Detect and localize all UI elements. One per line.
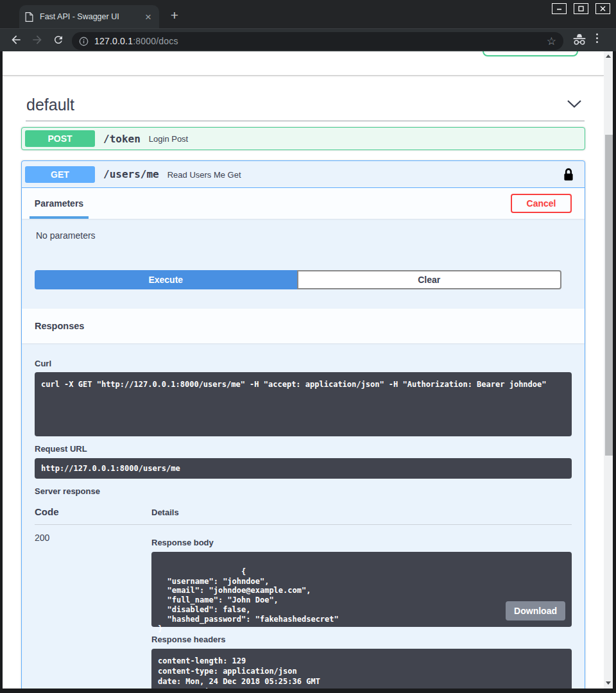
response-body-json: { "username": "johndoe", "email": "johnd… — [158, 567, 339, 633]
maximize-button[interactable] — [574, 3, 588, 14]
chevron-down-icon[interactable] — [565, 97, 583, 114]
back-button[interactable] — [9, 33, 23, 47]
status-code: 200 — [35, 533, 151, 689]
active-tab-underline — [30, 216, 89, 219]
get-method-badge: GET — [25, 166, 95, 183]
site-info-icon[interactable] — [79, 37, 89, 46]
browser-tab[interactable]: Fast API - Swagger UI × — [19, 5, 159, 28]
server-response-table: Code Details 200 Response body { "userna… — [35, 506, 572, 689]
tag-section-header[interactable]: default — [26, 96, 585, 121]
parameters-body: No parameters Execute Clear — [22, 219, 585, 309]
forward-button[interactable] — [30, 33, 44, 47]
response-row-200: 200 Response body { "username": "johndoe… — [35, 525, 572, 689]
details-column-header: Details — [151, 508, 179, 517]
responses-content: Curl curl -X GET "http://127.0.0.1:8000/… — [22, 343, 585, 689]
tag-title: default — [26, 96, 74, 114]
get-summary: Read Users Me Get — [167, 169, 241, 180]
browser-menu-button[interactable] — [596, 33, 598, 43]
execute-button[interactable]: Execute — [35, 270, 297, 289]
minimize-icon — [556, 6, 562, 12]
reload-icon — [53, 34, 64, 46]
close-icon — [600, 6, 606, 12]
code-column-header: Code — [35, 506, 151, 517]
post-path: /token — [103, 133, 141, 145]
cancel-button[interactable]: Cancel — [511, 194, 572, 213]
request-url-block: http://127.0.0.1:8000/users/me — [35, 458, 572, 479]
responses-section-header: Responses — [22, 309, 585, 343]
forward-icon — [31, 33, 44, 46]
new-tab-button[interactable]: + — [167, 8, 182, 23]
server-response-label: Server response — [35, 486, 572, 496]
response-body-label: Response body — [151, 538, 572, 547]
endpoint-get-users-me: GET /users/me Read Users Me Get Paramete… — [21, 160, 585, 689]
download-button[interactable]: Download — [506, 601, 565, 620]
auth-lock-button[interactable] — [563, 167, 574, 181]
scrollbar-thumb[interactable] — [605, 135, 613, 456]
post-summary: Login Post — [149, 133, 188, 144]
minimize-button[interactable] — [552, 3, 567, 14]
responses-title: Responses — [35, 321, 84, 331]
curl-command-block: curl -X GET "http://127.0.0.1:8000/users… — [35, 372, 572, 436]
maximize-icon — [578, 6, 584, 12]
tab-close-icon[interactable]: × — [143, 12, 153, 22]
get-path: /users/me — [103, 168, 159, 180]
response-body-block: { "username": "johndoe", "email": "johnd… — [151, 552, 572, 627]
reload-button[interactable] — [51, 33, 65, 47]
back-icon — [10, 33, 22, 46]
browser-titlebar: Fast API - Swagger UI × + — [0, 0, 616, 28]
tab-title: Fast API - Swagger UI — [40, 12, 143, 21]
post-method-badge: POST — [25, 130, 95, 147]
close-window-button[interactable] — [595, 3, 610, 14]
bookmark-star-icon[interactable]: ☆ — [547, 35, 556, 48]
scheme-container — [3, 51, 604, 76]
endpoint-post-token[interactable]: POST /token Login Post — [21, 127, 585, 150]
address-bar[interactable]: 127.0.0.1:8000/docs ☆ — [72, 32, 563, 50]
scrollbar-up-arrow[interactable] — [604, 51, 613, 60]
get-endpoint-header[interactable]: GET /users/me Read Users Me Get — [22, 161, 585, 188]
authorize-button-partial[interactable] — [483, 51, 578, 56]
window-controls — [552, 3, 610, 14]
scrollbar-down-arrow[interactable] — [604, 678, 613, 687]
request-url-label: Request URL — [35, 444, 572, 454]
page-viewport: default POST /token Login Post GET /user… — [3, 51, 613, 689]
clear-button[interactable]: Clear — [297, 270, 562, 289]
page-favicon-icon — [25, 12, 33, 22]
curl-label: Curl — [35, 359, 572, 368]
lock-icon — [563, 167, 574, 181]
no-parameters-text: No parameters — [36, 230, 570, 241]
url-text: 127.0.0.1:8000/docs — [94, 36, 178, 46]
tab-parameters[interactable]: Parameters — [30, 188, 89, 219]
page-scrollbar[interactable] — [604, 51, 613, 689]
incognito-icon — [572, 33, 586, 48]
response-headers-block: content-length: 129 content-type: applic… — [151, 649, 572, 689]
parameters-section-header: Parameters Cancel — [22, 188, 585, 219]
